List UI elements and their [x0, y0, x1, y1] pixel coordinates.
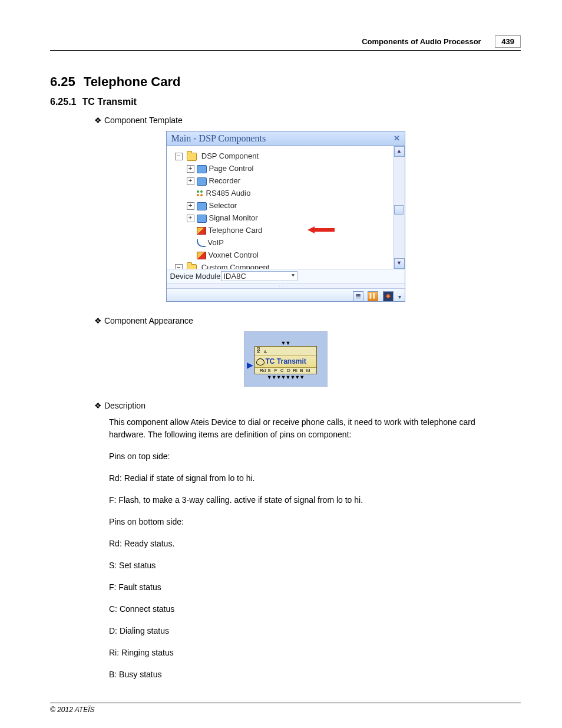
settings-icon[interactable]	[383, 291, 394, 302]
top-pins: Rd F	[255, 347, 316, 355]
tree-node-voip[interactable]: VoIP	[187, 236, 402, 249]
tree-label: Telephone Card	[209, 226, 263, 235]
pause-icon[interactable]	[368, 291, 378, 302]
tree-node-rs485-audio[interactable]: RS485 Audio	[187, 187, 402, 199]
desc-intro: This component allow Ateis Device to dia…	[109, 416, 509, 441]
folder-icon	[187, 264, 197, 269]
tree-node-custom-component[interactable]: − Custom Component	[175, 261, 402, 269]
section-title: Telephone Card	[84, 74, 181, 89]
component-tree: − DSP Component +Page Control +Recorder …	[169, 150, 402, 269]
label-component-template: Component Template	[94, 116, 521, 125]
footer-copyright: © 2012 ATEÏS	[50, 703, 521, 714]
header-title: Components of Audio Processor	[362, 37, 481, 46]
device-module-combo[interactable]: IDA8C▾	[221, 271, 297, 281]
desc-bot-c: C: Connect status	[109, 603, 509, 615]
subsection-title: TC Transmit	[82, 97, 136, 107]
tree-label: Voxnet Control	[209, 251, 259, 259]
expand-icon[interactable]: +	[187, 202, 194, 210]
panel-title: Main - DSP Components	[171, 133, 266, 144]
desc-bot-ri: Ri: Ringing status	[109, 647, 509, 659]
scroll-down-icon[interactable]: ▼	[394, 258, 405, 269]
label-component-appearance: Component Appearance	[94, 316, 521, 325]
tree-node-recorder[interactable]: +Recorder	[187, 174, 402, 187]
device-module-row: Device ModuleIDA8C▾	[167, 269, 405, 283]
desc-bot-heading: Pins on bottom side:	[109, 516, 509, 528]
page-number: 439	[495, 35, 521, 48]
desc-bot-s: S: Set status	[109, 559, 509, 572]
telephone-card-icon	[197, 227, 206, 235]
rs485-icon	[197, 190, 204, 197]
tree-node-telephone-card[interactable]: Telephone Card	[187, 224, 402, 236]
top-arrows-icon: ▼▼	[250, 340, 321, 346]
device-module-value: IDA8C	[224, 272, 246, 281]
folder-icon	[197, 202, 207, 210]
tree-label: Signal Monitor	[209, 213, 258, 222]
desc-top-rd: Rd: Redial if state of signal from lo to…	[109, 472, 509, 485]
desc-top-f: F: Flash, to make a 3-way calling. activ…	[109, 494, 509, 506]
voip-icon	[197, 239, 206, 247]
dsp-components-panel: Main - DSP Components ✕ − DSP Component …	[166, 131, 405, 302]
panel-titlebar[interactable]: Main - DSP Components ✕	[167, 131, 405, 146]
desc-bot-rd: Rd: Ready status.	[109, 538, 509, 550]
tree-label: DSP Component	[201, 151, 259, 160]
tree-body: − DSP Component +Page Control +Recorder …	[167, 146, 405, 269]
subsection-number: 6.25.1	[50, 97, 76, 107]
expand-icon[interactable]: +	[187, 165, 194, 173]
desc-bot-b: B: Busy status	[109, 668, 509, 681]
list-view-icon[interactable]	[353, 291, 363, 302]
tree-label: Recorder	[209, 176, 240, 185]
resize-grip[interactable]: ·····	[167, 283, 405, 288]
device-module-label: Device Module	[170, 272, 221, 281]
folder-icon	[197, 215, 207, 223]
section-heading: 6.25Telephone Card	[50, 74, 521, 90]
play-icon: ▶	[247, 360, 253, 370]
bottom-arrows-icon: ▼▼▼▼▼▼▼▼	[250, 374, 321, 380]
tree-label: Custom Component	[201, 263, 270, 269]
folder-icon	[187, 153, 197, 161]
scrollbar[interactable]: ▲ ▼	[394, 146, 405, 269]
component-label: TC Transmit	[255, 355, 316, 367]
page-header: Components of Audio Processor 439	[50, 35, 521, 51]
desc-bot-f: F: Fault status	[109, 581, 509, 594]
section-number: 6.25	[50, 74, 75, 89]
toolbar: ▾	[167, 288, 405, 301]
chevron-down-icon: ▾	[292, 272, 295, 278]
close-icon[interactable]: ✕	[394, 134, 400, 143]
subsection-heading: 6.25.1TC Transmit	[50, 97, 521, 107]
folder-icon	[197, 165, 207, 173]
scroll-up-icon[interactable]: ▲	[394, 146, 405, 157]
description-body: This component allow Ateis Device to dia…	[109, 416, 509, 681]
tc-transmit-component[interactable]: Rd F TC Transmit RdSFCDRiBM	[254, 346, 317, 374]
bottom-pins: RdSFCDRiBM	[255, 367, 316, 374]
tree-label: Page Control	[209, 164, 254, 173]
component-appearance-figure: ▼▼ ▶ Rd F TC Transmit RdSFCDRiBM ▼▼▼▼▼▼▼…	[244, 331, 328, 387]
tree-node-page-control[interactable]: +Page Control	[187, 162, 402, 174]
label-description: Description	[94, 401, 521, 410]
desc-bot-d: D: Dialing status	[109, 625, 509, 637]
highlight-arrow-icon	[308, 225, 335, 233]
collapse-icon[interactable]: −	[175, 264, 183, 269]
tree-label: VoIP	[208, 238, 224, 247]
tree-label: Selector	[209, 201, 237, 210]
tree-node-dsp-component[interactable]: − DSP Component +Page Control +Recorder …	[175, 150, 402, 261]
collapse-icon[interactable]: −	[175, 153, 183, 160]
voxnet-icon	[197, 252, 206, 259]
tree-node-selector[interactable]: +Selector	[187, 199, 402, 212]
tree-node-signal-monitor[interactable]: +Signal Monitor	[187, 212, 402, 224]
folder-icon	[197, 177, 207, 186]
svg-marker-0	[308, 226, 335, 233]
tree-label: RS485 Audio	[206, 189, 251, 197]
component-icon	[256, 358, 265, 365]
chevron-down-icon[interactable]: ▾	[398, 294, 401, 300]
expand-icon[interactable]: +	[187, 177, 194, 185]
expand-icon[interactable]: +	[187, 215, 194, 222]
desc-top-heading: Pins on top side:	[109, 450, 509, 463]
scroll-thumb[interactable]	[394, 205, 404, 215]
tree-node-voxnet-control[interactable]: Voxnet Control	[187, 249, 402, 261]
